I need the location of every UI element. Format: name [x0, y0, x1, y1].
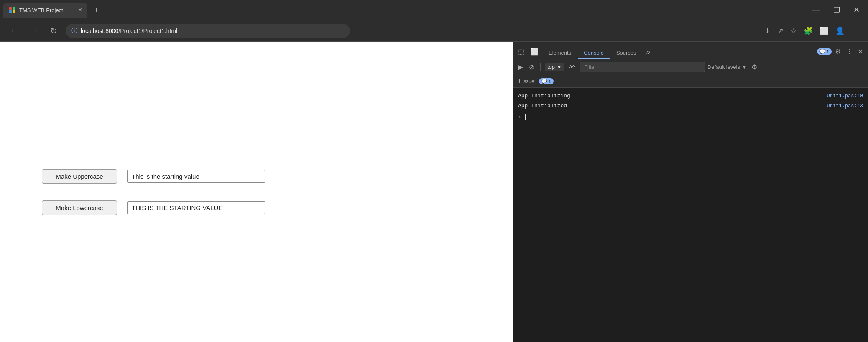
share-icon[interactable]: ↗ [775, 24, 786, 38]
tab-close-button[interactable]: × [78, 7, 82, 13]
tab-elements[interactable]: Elements [543, 47, 577, 59]
title-bar: TMS WEB Project × + — ❐ ✕ [0, 0, 868, 20]
extensions-icon[interactable]: 🧩 [801, 24, 815, 38]
inspect-element-icon[interactable]: ⬚ [516, 46, 526, 57]
console-prompt[interactable]: › [513, 111, 868, 123]
browser-tab[interactable]: TMS WEB Project × [3, 3, 87, 18]
uppercase-row: Make Uppercase [42, 169, 265, 184]
context-selector[interactable]: top ▼ [545, 63, 564, 71]
devtools-close-icon[interactable]: ✕ [856, 46, 865, 57]
console-block-icon[interactable]: ⊘ [527, 61, 536, 73]
console-filter-input[interactable] [580, 62, 705, 72]
eye-icon[interactable]: 👁 [567, 62, 577, 73]
url-domain: localhost:8000 [81, 28, 118, 34]
toolbar-divider [540, 63, 541, 71]
console-output: App Initializing Unit1.pas:40 App Initia… [513, 88, 868, 342]
lowercase-row: Make Lowercase [42, 200, 265, 215]
tab-overflow-button[interactable]: » [643, 46, 654, 59]
tab-favicon [8, 6, 16, 14]
tab-sources[interactable]: Sources [610, 47, 642, 59]
devtools-toolbar: ▶ ⊘ top ▼ 👁 Default levels ▼ ⚙ [513, 59, 868, 75]
issues-badge[interactable]: 💬 1 [817, 48, 832, 55]
console-message-1: App Initializing [518, 93, 822, 99]
issues-bar: 1 Issue: 💬 1 [513, 75, 868, 88]
bookmark-icon[interactable]: ☆ [788, 24, 799, 38]
issues-count-badge[interactable]: 💬 1 [539, 78, 554, 84]
lowercase-input[interactable] [127, 201, 265, 214]
tab-title: TMS WEB Project [19, 7, 63, 13]
restore-button[interactable]: ❐ [828, 4, 845, 16]
badge-chat-icon: 💬 [819, 49, 825, 54]
console-run-icon[interactable]: ▶ [516, 61, 525, 73]
devtools-panel: ⬚ ⬜ Elements Console Sources » 💬 1 ⚙ ⋮ ✕ [513, 42, 868, 342]
menu-icon[interactable]: ⋮ [849, 24, 861, 38]
console-message-2: App Initialized [518, 103, 822, 109]
url-path: /Project1/Project1.html [118, 28, 177, 34]
default-levels-button[interactable]: Default levels ▼ [707, 64, 747, 70]
tab-console[interactable]: Console [578, 47, 610, 59]
address-bar: ← → ↻ ⓘ localhost:8000/Project1/Project1… [0, 20, 868, 42]
close-button[interactable]: ✕ [848, 4, 865, 16]
issues-badge-count: 1 [549, 79, 551, 84]
back-button[interactable]: ← [7, 24, 22, 37]
badge-count: 1 [827, 49, 829, 54]
profile-icon[interactable]: 👤 [833, 24, 847, 38]
console-caret-icon: › [518, 114, 521, 120]
new-tab-button[interactable]: + [90, 5, 102, 15]
split-icon[interactable]: ⬜ [817, 24, 831, 38]
console-line-2: App Initialized Unit1.pas:43 [513, 101, 868, 111]
context-label: top [547, 64, 555, 70]
console-settings-icon[interactable]: ⚙ [750, 61, 759, 73]
make-uppercase-button[interactable]: Make Uppercase [42, 169, 117, 184]
devtools-tab-right: 💬 1 ⚙ ⋮ ✕ [817, 46, 865, 59]
device-mode-icon[interactable]: ⬜ [528, 46, 540, 57]
uppercase-input[interactable] [127, 170, 265, 183]
forward-button[interactable]: → [27, 24, 42, 37]
browser-viewport: Make Uppercase Make Lowercase [0, 42, 513, 342]
window-controls: — ❐ ✕ [807, 4, 865, 16]
devtools-more-icon[interactable]: ⋮ [844, 46, 854, 57]
toolbar-icons: ⤓ ↗ ☆ 🧩 ⬜ 👤 ⋮ [762, 24, 861, 38]
issues-badge-icon: 💬 [541, 79, 547, 84]
main-area: Make Uppercase Make Lowercase ⬚ ⬜ Elemen… [0, 42, 868, 342]
console-source-1[interactable]: Unit1.pas:40 [827, 93, 863, 99]
info-icon: ⓘ [71, 27, 77, 35]
devtools-tab-bar: ⬚ ⬜ Elements Console Sources » 💬 1 ⚙ ⋮ ✕ [513, 42, 868, 59]
devtools-tab-actions: ⬚ ⬜ [516, 46, 540, 59]
console-source-2[interactable]: Unit1.pas:43 [827, 103, 863, 109]
url-text: localhost:8000/Project1/Project1.html [81, 28, 344, 34]
console-line-1: App Initializing Unit1.pas:40 [513, 91, 868, 101]
issues-label: 1 Issue: [518, 79, 536, 84]
address-input[interactable]: ⓘ localhost:8000/Project1/Project1.html [66, 24, 350, 38]
context-arrow-icon: ▼ [557, 64, 562, 70]
levels-arrow-icon: ▼ [742, 64, 747, 70]
browser-window: TMS WEB Project × + — ❐ ✕ ← → ↻ ⓘ localh… [0, 0, 868, 342]
page-content: Make Uppercase Make Lowercase [0, 42, 513, 342]
minimize-button[interactable]: — [807, 4, 825, 16]
download-icon[interactable]: ⤓ [762, 24, 773, 38]
devtools-settings-icon[interactable]: ⚙ [833, 46, 842, 57]
console-cursor [525, 114, 526, 120]
make-lowercase-button[interactable]: Make Lowercase [42, 200, 117, 215]
refresh-button[interactable]: ↻ [47, 24, 61, 38]
